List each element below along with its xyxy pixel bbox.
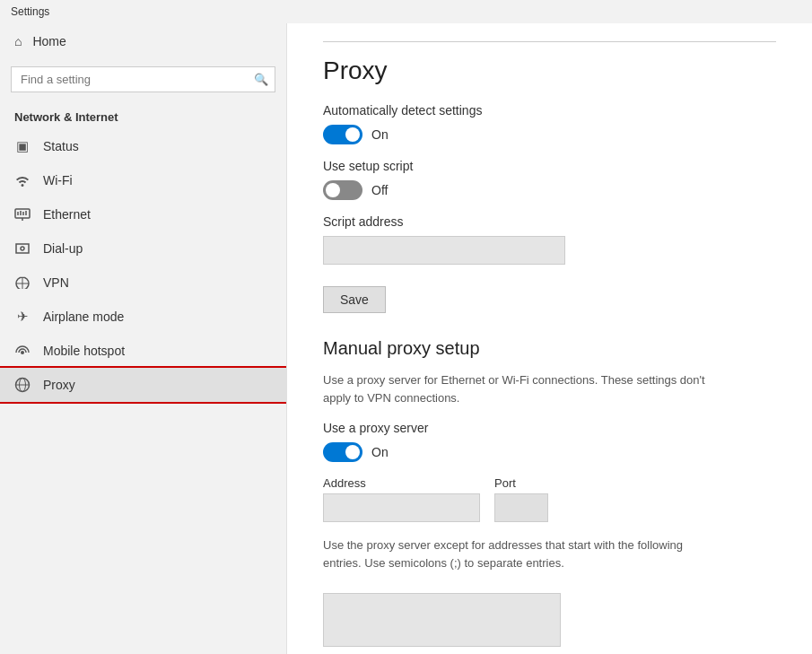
title-bar-label: Settings: [11, 5, 49, 18]
use-proxy-toggle[interactable]: [323, 442, 362, 462]
use-proxy-label: Use a proxy server: [323, 421, 776, 435]
sidebar-item-label: VPN: [43, 275, 69, 290]
main-content: Proxy Automatically detect settings On U…: [287, 23, 812, 654]
sidebar: ⌂ Home 🔍 Network & Internet ▣ Status Wi-…: [0, 23, 287, 654]
airplane-icon: ✈: [14, 309, 31, 325]
port-label: Port: [494, 476, 548, 490]
script-address-label: Script address: [323, 214, 776, 229]
sidebar-item-airplane[interactable]: ✈ Airplane mode: [0, 300, 286, 334]
address-label: Address: [323, 476, 480, 490]
address-group: Address: [323, 476, 480, 522]
ethernet-icon: [14, 206, 31, 222]
sidebar-item-hotspot[interactable]: Mobile hotspot: [0, 334, 286, 368]
vpn-icon: [14, 275, 31, 291]
setup-script-state: Off: [371, 183, 388, 197]
svg-point-6: [21, 247, 24, 250]
dialup-icon: [14, 240, 31, 257]
status-icon: ▣: [14, 138, 31, 154]
auto-detect-state: On: [371, 127, 389, 142]
sidebar-item-vpn[interactable]: VPN: [0, 266, 286, 300]
svg-point-7: [21, 351, 24, 354]
setup-script-toggle[interactable]: [323, 180, 362, 200]
sidebar-item-ethernet[interactable]: Ethernet: [0, 197, 286, 231]
sidebar-item-label: Wi-Fi: [43, 173, 73, 187]
auto-detect-toggle[interactable]: [323, 125, 362, 144]
address-port-row: Address Port: [323, 476, 776, 522]
setup-script-label: Use setup script: [323, 159, 776, 173]
wifi-icon: [14, 172, 31, 188]
address-input[interactable]: [323, 493, 480, 522]
sidebar-item-label: Status: [43, 139, 79, 153]
search-icon: 🔍: [254, 73, 268, 86]
script-address-input[interactable]: [323, 236, 565, 265]
sidebar-item-home[interactable]: ⌂ Home: [0, 23, 286, 59]
sidebar-section-label: Network & Internet: [0, 100, 286, 129]
auto-detect-label: Automatically detect settings: [323, 103, 776, 118]
sidebar-item-label: Mobile hotspot: [43, 344, 125, 358]
sidebar-item-proxy[interactable]: Proxy: [0, 368, 286, 402]
sidebar-item-label: Proxy: [43, 378, 75, 392]
sidebar-home-label: Home: [32, 34, 65, 48]
sidebar-item-label: Ethernet: [43, 207, 91, 222]
page-title: Proxy: [323, 57, 776, 85]
save-button[interactable]: Save: [323, 286, 386, 313]
sidebar-item-status[interactable]: ▣ Status: [0, 129, 286, 163]
manual-proxy-description: Use a proxy server for Ethernet or Wi-Fi…: [323, 371, 709, 406]
exceptions-description: Use the proxy server except for addresse…: [323, 536, 709, 571]
port-input[interactable]: [494, 493, 548, 522]
hotspot-icon: [14, 343, 31, 359]
exceptions-textarea[interactable]: [323, 593, 561, 647]
home-icon: ⌂: [14, 34, 22, 48]
title-bar: Settings: [0, 0, 812, 23]
top-divider: [323, 41, 776, 42]
search-input[interactable]: [11, 66, 275, 92]
sidebar-item-dialup[interactable]: Dial-up: [0, 231, 286, 266]
setup-script-toggle-row: Off: [323, 180, 776, 200]
manual-proxy-title: Manual proxy setup: [323, 338, 776, 359]
use-proxy-toggle-row: On: [323, 442, 776, 462]
search-box: 🔍: [11, 66, 275, 92]
globe-icon: [14, 377, 31, 393]
port-group: Port: [494, 476, 548, 522]
sidebar-item-label: Airplane mode: [43, 310, 124, 324]
sidebar-item-label: Dial-up: [43, 241, 83, 256]
use-proxy-state: On: [371, 445, 389, 459]
sidebar-item-wifi[interactable]: Wi-Fi: [0, 163, 286, 197]
auto-detect-toggle-row: On: [323, 125, 776, 144]
